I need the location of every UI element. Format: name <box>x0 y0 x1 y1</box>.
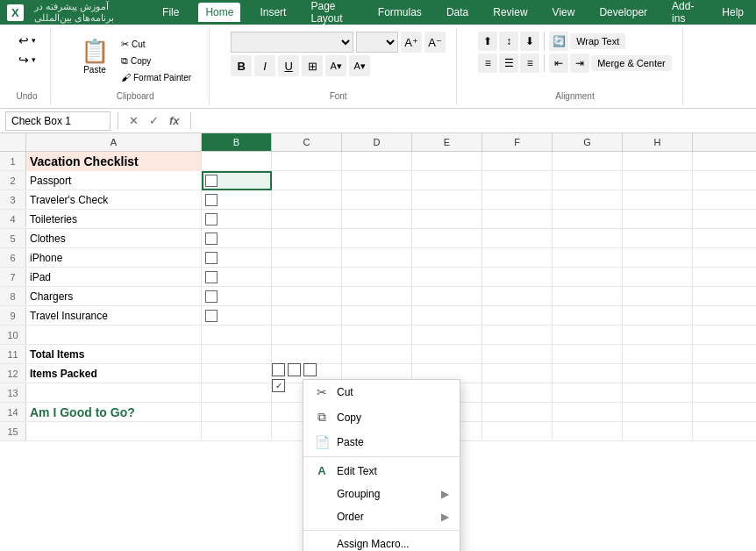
cell-c2[interactable] <box>272 171 342 190</box>
cell-b10[interactable] <box>202 326 272 345</box>
menu-view[interactable]: View <box>547 3 581 22</box>
checkbox-b9[interactable] <box>205 310 218 322</box>
row-num-1[interactable]: 1 <box>0 152 26 170</box>
row-num-9[interactable]: 9 <box>0 306 26 325</box>
cell-b5[interactable] <box>202 229 272 248</box>
cell-g9[interactable] <box>553 306 623 326</box>
cell-g7[interactable] <box>553 268 623 287</box>
cell-a14[interactable]: Am I Good to Go? <box>26 403 202 422</box>
cell-d8[interactable] <box>342 287 412 306</box>
underline-button[interactable]: U <box>278 55 299 76</box>
redo-dropdown[interactable]: ▾ <box>32 55 36 64</box>
cell-a12[interactable]: Items Packed <box>26 364 202 383</box>
cell-f8[interactable] <box>482 287 553 306</box>
cell-f4[interactable] <box>482 210 553 229</box>
cell-a6[interactable]: iPhone <box>26 248 202 268</box>
cancel-formula-button[interactable]: ✕ <box>125 112 142 129</box>
col-header-g[interactable]: G <box>553 133 623 151</box>
menu-developer[interactable]: Developer <box>594 3 653 22</box>
context-menu-grouping[interactable]: Grouping ▶ <box>303 483 460 505</box>
cell-f6[interactable] <box>482 248 553 268</box>
row-num-10[interactable]: 10 <box>0 326 26 344</box>
align-bottom-button[interactable]: ⬇ <box>520 32 539 51</box>
cell-b1[interactable] <box>202 152 272 171</box>
col-header-a[interactable]: A <box>26 133 202 151</box>
cell-f11[interactable] <box>482 345 553 364</box>
cell-d9[interactable] <box>342 306 412 326</box>
cell-g4[interactable] <box>553 210 623 229</box>
cell-b4[interactable] <box>202 210 272 229</box>
cell-a10[interactable] <box>26 326 202 345</box>
cell-b9[interactable] <box>202 306 272 326</box>
row-num-5[interactable]: 5 <box>0 229 26 247</box>
cell-f10[interactable] <box>482 326 553 345</box>
cell-h7[interactable] <box>623 268 693 287</box>
col-header-d[interactable]: D <box>342 133 412 151</box>
cell-h1[interactable] <box>623 152 693 171</box>
cell-b3[interactable] <box>202 190 272 210</box>
copy-button[interactable]: ⧉ Copy <box>118 54 195 68</box>
cell-e2[interactable] <box>412 171 482 190</box>
cell-g6[interactable] <box>553 248 623 268</box>
cell-a13[interactable] <box>26 383 202 403</box>
cell-c7[interactable] <box>272 268 342 287</box>
cell-c10[interactable] <box>272 326 342 345</box>
cell-g5[interactable] <box>553 229 623 248</box>
cell-f13[interactable] <box>482 383 553 403</box>
cell-d5[interactable] <box>342 229 412 248</box>
cell-g14[interactable] <box>553 403 623 422</box>
cell-g10[interactable] <box>553 326 623 345</box>
cell-h2[interactable] <box>623 171 693 190</box>
cell-e9[interactable] <box>412 306 482 326</box>
cell-b6[interactable] <box>202 248 272 268</box>
align-left-button[interactable]: ≡ <box>478 54 497 73</box>
cell-b8[interactable] <box>202 287 272 306</box>
cell-e10[interactable] <box>412 326 482 345</box>
cell-e1[interactable] <box>412 152 482 171</box>
cell-g11[interactable] <box>553 345 623 364</box>
row-num-12[interactable]: 12 <box>0 364 26 383</box>
context-menu-order[interactable]: Order ▶ <box>303 505 460 528</box>
cell-g8[interactable] <box>553 287 623 306</box>
cell-f2[interactable] <box>482 171 553 190</box>
cell-b13[interactable] <box>202 383 272 403</box>
cell-h6[interactable] <box>623 248 693 268</box>
row-num-2[interactable]: 2 <box>0 171 26 190</box>
cell-e6[interactable] <box>412 248 482 268</box>
cell-f12[interactable] <box>482 364 553 383</box>
cell-g3[interactable] <box>553 190 623 210</box>
row-num-6[interactable]: 6 <box>0 248 26 267</box>
cell-e5[interactable] <box>412 229 482 248</box>
row-num-7[interactable]: 7 <box>0 268 26 286</box>
cell-d6[interactable] <box>342 248 412 268</box>
cell-a1[interactable]: Vacation Checklist <box>26 152 202 171</box>
name-box[interactable] <box>5 111 111 131</box>
cell-f3[interactable] <box>482 190 553 210</box>
menu-insert[interactable]: Insert <box>254 3 291 22</box>
cell-g13[interactable] <box>553 383 623 403</box>
cell-c4[interactable] <box>272 210 342 229</box>
cell-a15[interactable] <box>26 422 202 441</box>
cell-f7[interactable] <box>482 268 553 287</box>
col-header-c[interactable]: C <box>272 133 342 151</box>
cell-e11[interactable] <box>412 345 482 364</box>
cell-a7[interactable]: iPad <box>26 268 202 287</box>
col-header-f[interactable]: F <box>482 133 553 151</box>
paste-button[interactable]: 📋 Paste <box>75 35 114 84</box>
cell-d2[interactable] <box>342 171 412 190</box>
cell-a5[interactable]: Clothes <box>26 229 202 248</box>
cell-h13[interactable] <box>623 383 693 403</box>
font-size-select[interactable] <box>356 32 398 53</box>
cell-c3[interactable] <box>272 190 342 210</box>
cell-a8[interactable]: Chargers <box>26 287 202 306</box>
cell-b2[interactable] <box>202 171 272 190</box>
border-button[interactable]: ⊞ <box>302 55 323 76</box>
align-center-button[interactable]: ☰ <box>499 54 518 73</box>
row-num-4[interactable]: 4 <box>0 210 26 228</box>
cell-c1[interactable] <box>272 152 342 171</box>
checkbox-b5[interactable] <box>205 233 218 245</box>
decrease-font-button[interactable]: A⁻ <box>424 32 446 53</box>
cell-h8[interactable] <box>623 287 693 306</box>
merge-center-button[interactable]: Merge & Center <box>591 55 672 71</box>
col-header-h[interactable]: H <box>623 133 693 151</box>
